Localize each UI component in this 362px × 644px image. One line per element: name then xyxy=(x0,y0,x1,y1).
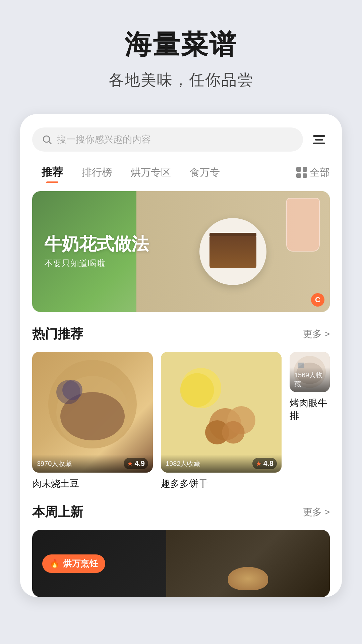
menu-bar-top xyxy=(313,135,325,137)
food-card-2-rating-val: 4.8 xyxy=(263,459,274,468)
menu-bar-mid xyxy=(315,139,323,141)
food-card-1-overlay: 3970人收藏 ★ 4.9 xyxy=(32,454,153,473)
svg-line-1 xyxy=(49,142,51,144)
food-card-1-image: 3970人收藏 ★ 4.9 xyxy=(32,352,153,473)
banner-cake xyxy=(209,235,256,268)
tab-all[interactable]: 全部 xyxy=(296,166,330,179)
banner-subtitle: 不要只知道喝啦 xyxy=(44,258,149,270)
hot-section-title: 热门推荐 xyxy=(32,325,83,342)
food-card-1-rating: ★ 4.9 xyxy=(124,458,148,469)
svg-point-0 xyxy=(43,136,50,142)
svg-point-9 xyxy=(180,373,214,407)
menu-bar-bot xyxy=(313,143,325,144)
food-card-3[interactable]: 1569人收藏 烤肉眼牛排 xyxy=(290,352,330,490)
food-card-2-image: 1982人收藏 ★ 4.8 xyxy=(161,352,282,473)
tab-food[interactable]: 食万专 xyxy=(180,162,229,183)
food-card-1-name: 肉末烧土豆 xyxy=(32,477,153,490)
week-badge: 🔥 烘万烹饪 xyxy=(42,554,105,573)
hot-section-header: 热门推荐 更多 > xyxy=(32,325,330,342)
week-new-section: 本周上新 更多 > 🔥 烘万烹饪 xyxy=(20,490,342,597)
food-cards-row: 3970人收藏 ★ 4.9 肉末烧土豆 xyxy=(32,352,330,490)
banner-glass xyxy=(286,198,320,252)
fire-icon: 🔥 xyxy=(50,559,60,568)
banner-plate xyxy=(199,218,266,285)
banner-title: 牛奶花式做法 xyxy=(44,233,149,254)
search-placeholder-text: 搜一搜你感兴趣的内容 xyxy=(57,133,151,146)
week-food-visual xyxy=(166,530,330,597)
week-section-title: 本周上新 xyxy=(32,503,83,521)
hot-more-button[interactable]: 更多 > xyxy=(303,328,330,340)
banner-food-visual xyxy=(136,191,330,312)
hero-subtitle: 各地美味，任你品尝 xyxy=(0,70,362,91)
grid-icon xyxy=(296,167,307,178)
hero-section: 海量菜谱 各地美味，任你品尝 xyxy=(0,0,362,104)
star-icon-2: ★ xyxy=(256,460,262,468)
week-banner[interactable]: 🔥 烘万烹饪 xyxy=(32,530,330,597)
food-card-2[interactable]: 1982人收藏 ★ 4.8 趣多多饼干 xyxy=(161,352,282,490)
svg-point-13 xyxy=(222,421,244,443)
food-card-2-name: 趣多多饼干 xyxy=(161,477,282,490)
search-icon xyxy=(42,134,52,145)
food-card-1-saves: 3970人收藏 xyxy=(37,459,72,468)
food-card-2-overlay: 1982人收藏 ★ 4.8 xyxy=(161,454,282,473)
food-card-2-saves: 1982人收藏 xyxy=(166,459,201,468)
svg-point-6 xyxy=(62,380,82,400)
tab-recommended[interactable]: 推荐 xyxy=(32,162,72,183)
phone-card: 搜一搜你感兴趣的内容 推荐 排行榜 烘万专区 食万专 全部 xyxy=(20,114,342,597)
search-bar[interactable]: 搜一搜你感兴趣的内容 xyxy=(32,127,303,152)
nav-tabs: 推荐 排行榜 烘万专区 食万专 全部 xyxy=(20,162,342,183)
food-card-2-rating: ★ 4.8 xyxy=(252,458,277,469)
star-icon-1: ★ xyxy=(127,460,133,468)
banner-text-content: 牛奶花式做法 不要只知道喝啦 xyxy=(44,233,149,269)
search-row: 搜一搜你感兴趣的内容 xyxy=(20,127,342,152)
food-card-3-overlay: 1569人收藏 xyxy=(290,367,330,392)
food-card-1[interactable]: 3970人收藏 ★ 4.9 肉末烧土豆 xyxy=(32,352,153,490)
food-card-3-image: 1569人收藏 xyxy=(290,352,330,392)
banner-c-badge: C xyxy=(311,293,324,307)
menu-icon[interactable] xyxy=(308,129,330,150)
hot-section: 热门推荐 更多 > 3970人收藏 xyxy=(20,312,342,490)
week-section-header: 本周上新 更多 > xyxy=(32,503,330,521)
tab-ranking[interactable]: 排行榜 xyxy=(72,162,121,183)
tab-baking[interactable]: 烘万专区 xyxy=(121,162,180,183)
week-food-bowl xyxy=(228,567,268,590)
food-card-3-saves: 1569人收藏 xyxy=(294,371,325,389)
hero-title: 海量菜谱 xyxy=(0,27,362,63)
food-card-1-rating-val: 4.9 xyxy=(134,459,145,468)
hero-banner[interactable]: 牛奶花式做法 不要只知道喝啦 C xyxy=(32,191,330,312)
week-more-button[interactable]: 更多 > xyxy=(303,506,330,519)
week-badge-text: 烘万烹饪 xyxy=(63,558,98,570)
food-card-3-name: 烤肉眼牛排 xyxy=(290,397,330,422)
